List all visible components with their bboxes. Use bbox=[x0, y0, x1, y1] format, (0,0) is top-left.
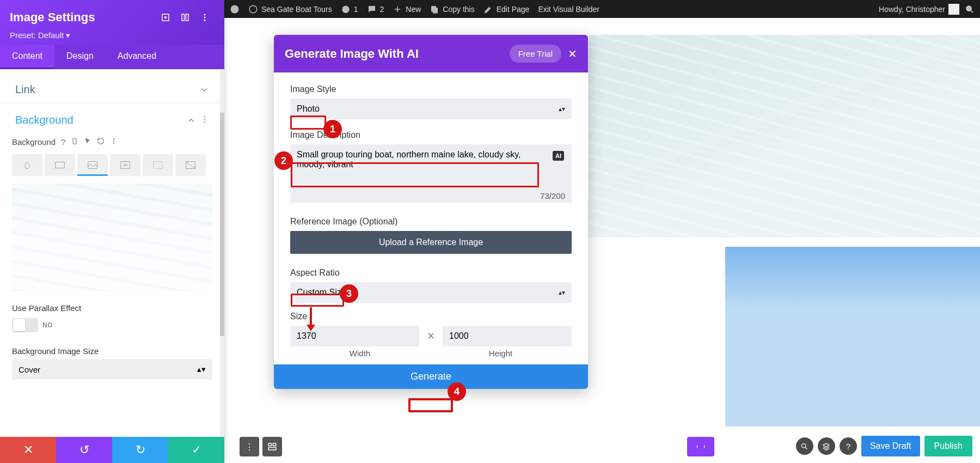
generate-button[interactable]: Generate bbox=[274, 364, 588, 389]
tab-content[interactable]: Content bbox=[0, 45, 54, 69]
svg-rect-16 bbox=[121, 162, 130, 169]
bg-image-tile[interactable] bbox=[77, 154, 108, 176]
wp-logo[interactable] bbox=[230, 4, 240, 14]
accordion-link-title: Link bbox=[15, 83, 199, 96]
save-button[interactable]: ✓ bbox=[168, 437, 224, 463]
svg-rect-22 bbox=[433, 8, 438, 13]
upload-ref-button[interactable]: Upload a Reference Image bbox=[290, 231, 572, 254]
svg-point-5 bbox=[204, 17, 206, 19]
select-caret-icon: ▴▾ bbox=[197, 364, 206, 374]
close-icon[interactable]: ✕ bbox=[568, 47, 577, 60]
new-link[interactable]: New bbox=[393, 4, 421, 14]
tab-design[interactable]: Design bbox=[54, 45, 106, 69]
accordion-background[interactable]: Background bbox=[12, 107, 212, 133]
sidebar-header: Image Settings Preset: Default ▾ bbox=[0, 0, 224, 45]
mobile-icon[interactable] bbox=[71, 137, 78, 147]
bg-video-tile[interactable] bbox=[110, 154, 140, 176]
svg-rect-17 bbox=[154, 162, 163, 169]
more-icon[interactable] bbox=[200, 115, 209, 126]
modal-header: Generate Image With AI Free Trial ✕ bbox=[274, 35, 588, 72]
chevron-up-icon bbox=[186, 115, 196, 125]
svg-point-20 bbox=[249, 5, 257, 13]
preset-dropdown[interactable]: Preset: Default ▾ bbox=[10, 31, 215, 40]
image-desc-textarea[interactable] bbox=[290, 144, 572, 203]
exit-vb-link[interactable]: Exit Visual Builder bbox=[538, 5, 599, 14]
parallax-toggle[interactable]: NO bbox=[12, 318, 212, 332]
publish-button[interactable]: Publish bbox=[924, 436, 972, 456]
expand-icon[interactable] bbox=[156, 8, 175, 27]
accordion-background-title: Background bbox=[15, 114, 186, 126]
svg-point-23 bbox=[966, 6, 971, 11]
svg-point-11 bbox=[113, 138, 114, 139]
svg-point-4 bbox=[204, 14, 206, 15]
more-icon[interactable]: ⋮ bbox=[240, 437, 259, 456]
bg-pattern-tile[interactable] bbox=[143, 154, 173, 176]
height-input[interactable]: 1000 bbox=[443, 326, 572, 346]
svg-point-6 bbox=[204, 20, 206, 21]
home-icon bbox=[248, 4, 258, 14]
copy-link[interactable]: Copy this bbox=[430, 4, 474, 14]
updates-link[interactable]: 1 bbox=[341, 4, 358, 14]
more-icon[interactable] bbox=[195, 8, 215, 27]
search-icon[interactable] bbox=[965, 4, 975, 14]
redo-button[interactable]: ↻ bbox=[112, 437, 168, 463]
discard-button[interactable]: ✕ bbox=[0, 437, 56, 463]
svg-rect-0 bbox=[162, 14, 169, 21]
aspect-ratio-label: Aspect Ratio bbox=[290, 268, 572, 278]
ref-image-label: Reference Image (Optional) bbox=[290, 217, 572, 227]
bg-mask-tile[interactable] bbox=[175, 154, 206, 176]
help-icon[interactable]: ? bbox=[840, 437, 857, 455]
builder-controls-left: ⋮ bbox=[240, 437, 282, 456]
site-name-link[interactable]: Sea Gate Boat Tours bbox=[248, 4, 332, 14]
svg-point-9 bbox=[204, 121, 206, 123]
undo-button[interactable]: ↺ bbox=[56, 437, 112, 463]
ai-chip[interactable]: AI bbox=[553, 151, 564, 161]
layers-icon[interactable] bbox=[818, 437, 835, 455]
avatar bbox=[948, 4, 959, 15]
undo-icon[interactable] bbox=[97, 137, 105, 147]
zoom-icon[interactable] bbox=[796, 437, 813, 455]
select-caret-icon: ▴▾ bbox=[559, 105, 565, 113]
pencil-icon bbox=[483, 4, 493, 14]
edit-page-link[interactable]: Edit Page bbox=[483, 4, 530, 14]
bg-color-tile[interactable] bbox=[12, 154, 42, 176]
hero-image-bridge bbox=[589, 35, 980, 237]
more-icon[interactable] bbox=[110, 137, 118, 147]
width-input[interactable]: 1370 bbox=[290, 326, 419, 346]
image-style-select[interactable]: Photo ▴▾ bbox=[290, 99, 572, 119]
aspect-ratio-select[interactable]: Custom Size ▴▾ bbox=[290, 282, 572, 303]
wp-admin-bar: Sea Gate Boat Tours 1 2 New Copy this Ed… bbox=[224, 0, 980, 18]
accordion-link[interactable]: Link bbox=[12, 77, 212, 102]
tab-advanced[interactable]: Advanced bbox=[106, 45, 168, 69]
bg-size-select[interactable]: Cover ▴▾ bbox=[12, 359, 212, 380]
cursor-icon[interactable] bbox=[84, 137, 91, 147]
background-preview[interactable] bbox=[12, 184, 212, 291]
sidebar-footer: ✕ ↺ ↻ ✓ bbox=[0, 437, 224, 463]
drag-handle[interactable] bbox=[687, 437, 714, 456]
svg-rect-14 bbox=[56, 162, 65, 168]
bg-size-label: Background Image Size bbox=[12, 346, 212, 356]
wireframe-icon[interactable] bbox=[262, 437, 282, 456]
copy-icon bbox=[430, 4, 439, 14]
help-icon[interactable]: ? bbox=[61, 137, 65, 147]
builder-controls-right: ? Save Draft Publish bbox=[796, 436, 972, 456]
columns-icon[interactable] bbox=[175, 8, 195, 27]
svg-rect-25 bbox=[273, 443, 276, 446]
chevron-down-icon bbox=[199, 85, 209, 95]
svg-rect-24 bbox=[268, 443, 271, 446]
save-draft-button[interactable]: Save Draft bbox=[861, 436, 920, 456]
width-label: Width bbox=[350, 349, 370, 358]
hero-image-palms bbox=[725, 247, 980, 427]
comments-link[interactable]: 2 bbox=[367, 4, 384, 14]
settings-sidebar: Image Settings Preset: Default ▾ Content… bbox=[0, 0, 224, 463]
bg-gradient-tile[interactable] bbox=[45, 154, 75, 176]
free-trial-pill[interactable]: Free Trial bbox=[510, 45, 561, 63]
svg-point-7 bbox=[204, 116, 206, 118]
bg-size-value: Cover bbox=[19, 365, 40, 374]
scrollbar-thumb[interactable] bbox=[220, 113, 224, 336]
svg-point-8 bbox=[204, 118, 206, 120]
refresh-icon bbox=[341, 4, 351, 14]
parallax-value: NO bbox=[42, 321, 53, 329]
howdy-link[interactable]: Howdy, Christopher bbox=[879, 4, 959, 15]
background-type-tiles bbox=[12, 154, 212, 176]
